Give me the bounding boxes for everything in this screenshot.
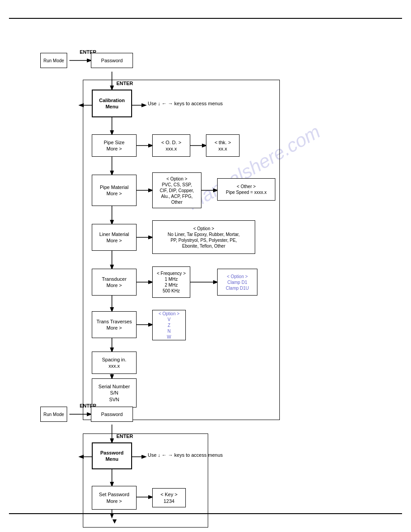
section2-svg bbox=[13, 399, 398, 524]
use-keys-label-1: Use ↓ ← → keys to access menus bbox=[148, 101, 223, 106]
section1-svg bbox=[13, 31, 398, 399]
trans-traverses-box: Trans Traverses More > bbox=[92, 311, 137, 338]
key-box: < Key > 1234 bbox=[152, 488, 186, 507]
pipe-material-box: Pipe Material More > bbox=[92, 175, 137, 206]
spacing-box: Spacing in. xxx.x bbox=[92, 352, 137, 374]
section2-password-box: Password bbox=[91, 407, 133, 422]
page-border-bottom bbox=[9, 513, 402, 514]
use-keys-label-2: Use ↓ ← → keys to access menus bbox=[148, 452, 223, 458]
pipe-size-box: Pipe Size More > bbox=[92, 134, 137, 157]
section2-enter-label-2: ENTER bbox=[116, 433, 133, 439]
run-mode-box: Run Mode bbox=[40, 53, 67, 68]
liner-material-box: Liner Material More > bbox=[92, 224, 137, 251]
serial-number-box: Serial Number S/N SVN bbox=[92, 378, 137, 408]
down-arrow-end-2: ▼ bbox=[111, 517, 118, 525]
enter-label-2: ENTER bbox=[116, 81, 133, 86]
diagram-container: ENTER Run Mode Password ENTER Calibratio… bbox=[13, 27, 398, 505]
od-box: < O. D. > xxx.x bbox=[152, 134, 190, 157]
password-box: Password bbox=[91, 53, 133, 68]
transducer-option-box: < Option > Clamp D1 Clamp D1U bbox=[217, 269, 257, 296]
pipe-material-option-box: < Option > PVC, CS, SSP, CIF, DIP, Coppe… bbox=[152, 172, 201, 208]
page-border-top bbox=[9, 18, 402, 19]
thk-box: < thk. > xx.x bbox=[206, 134, 240, 157]
pipe-speed-box: < Other > Pipe Speed = xxxx.x bbox=[217, 178, 275, 201]
password-menu-box: Password Menu bbox=[92, 442, 132, 469]
calibration-menu-box: Calibration Menu bbox=[92, 90, 132, 117]
set-password-box: Set Password More > bbox=[92, 486, 137, 510]
liner-material-option-box: < Option > No Liner, Tar Epoxy, Rubber, … bbox=[152, 220, 255, 254]
trans-traverses-option-box: < Option > V Z N W bbox=[152, 310, 186, 340]
section2-run-mode-box: Run Mode bbox=[40, 407, 67, 422]
transducer-box: Transducer More > bbox=[92, 269, 137, 296]
transducer-freq-box: < Frequency > 1 MHz 2 MHz 500 KHz bbox=[152, 266, 190, 298]
